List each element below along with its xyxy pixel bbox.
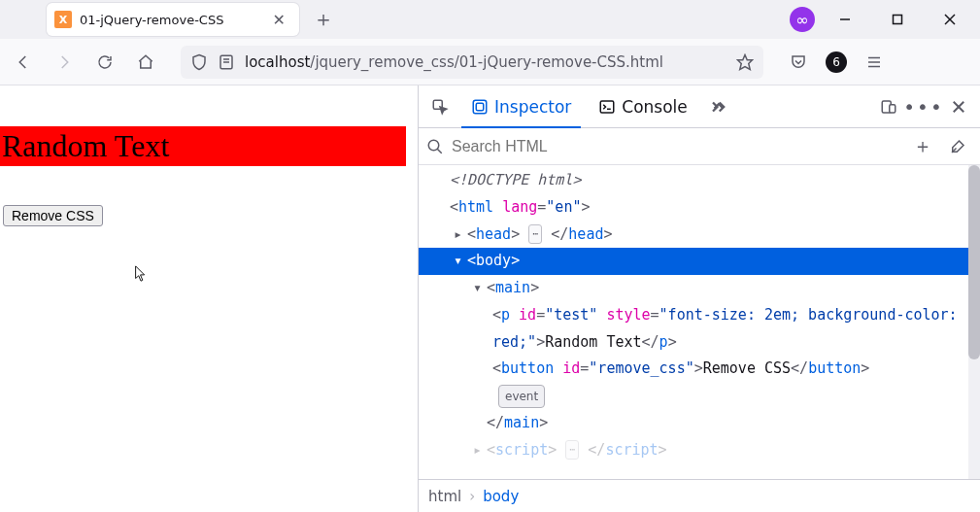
console-icon (598, 98, 616, 116)
home-button[interactable] (132, 49, 159, 76)
url-host: localhost/jquery_remove_css/01-jQuery-re… (245, 53, 663, 71)
titlebar: 𝗫 01-jQuery-remove-CSS ✕ ＋ ∞ (0, 0, 980, 39)
dom-main-open[interactable]: ▾<main> (419, 275, 980, 302)
xampp-favicon: 𝗫 (54, 11, 72, 28)
dom-p-element[interactable]: <p id="test" style="font-size: 2em; back… (419, 302, 980, 357)
app-menu-button[interactable] (861, 49, 888, 76)
forward-button[interactable] (51, 49, 78, 76)
svg-rect-1 (894, 16, 902, 24)
inspector-icon (471, 98, 489, 116)
window-close-button[interactable] (928, 0, 972, 39)
new-tab-button[interactable]: ＋ (307, 5, 340, 34)
devtools-close-button[interactable] (945, 93, 972, 120)
bookmark-star-icon[interactable] (736, 53, 754, 71)
dom-main-close[interactable]: </main> (419, 410, 980, 437)
crumb-separator-icon: › (469, 488, 475, 505)
devtools-panel: Inspector Console ••• ＋ <!DOCTYPE html> … (418, 85, 980, 512)
console-tab[interactable]: Console (589, 85, 697, 128)
workspace: Random Text Remove CSS Inspector Console… (0, 85, 980, 512)
tabs-overflow-button[interactable] (705, 93, 732, 120)
dom-tree[interactable]: <!DOCTYPE html> <html lang="en"> ▸<head>… (419, 165, 980, 479)
pocket-icon[interactable] (785, 49, 812, 76)
svg-rect-17 (890, 104, 896, 112)
responsive-design-button[interactable] (875, 93, 902, 120)
dom-html-open[interactable]: <html lang="en"> (419, 194, 980, 222)
notification-count[interactable]: 6 (826, 51, 847, 73)
devtools-search-bar: ＋ (419, 128, 980, 165)
search-icon (426, 138, 444, 155)
tab-title: 01-jQuery-remove-CSS (80, 13, 261, 27)
dom-button-element[interactable]: <button id="remove_css">Remove CSS</butt… (419, 356, 980, 410)
svg-marker-7 (738, 54, 753, 69)
dom-scrollbar[interactable] (968, 165, 980, 479)
url-bar[interactable]: localhost/jquery_remove_css/01-jQuery-re… (181, 46, 763, 79)
dom-script-row[interactable]: ▸<script> ⋯ </script> (419, 437, 980, 464)
back-button[interactable] (10, 49, 37, 76)
inspector-tab-label: Inspector (494, 97, 571, 117)
mouse-cursor-icon (134, 265, 148, 283)
window-maximize-button[interactable] (875, 0, 920, 39)
event-badge[interactable]: event (498, 385, 545, 408)
element-picker-button[interactable] (426, 93, 454, 120)
reload-button[interactable] (91, 49, 118, 76)
svg-line-21 (437, 149, 442, 154)
dom-head[interactable]: ▸<head> ⋯ </head> (419, 222, 980, 249)
svg-point-20 (428, 140, 439, 151)
page-viewport[interactable]: Random Text Remove CSS (0, 85, 418, 512)
scrollbar-thumb[interactable] (968, 165, 980, 359)
dom-body-open[interactable]: ▾<body> (419, 248, 980, 275)
browser-tab[interactable]: 𝗫 01-jQuery-remove-CSS ✕ (47, 3, 299, 36)
dom-doctype[interactable]: <!DOCTYPE html> (419, 167, 980, 194)
tab-close-button[interactable]: ✕ (269, 11, 289, 29)
window-minimize-button[interactable] (823, 0, 867, 39)
svg-rect-13 (476, 103, 484, 111)
remove-css-button[interactable]: Remove CSS (3, 205, 103, 226)
html-search-input[interactable] (450, 137, 902, 156)
create-node-button[interactable]: ＋ (908, 133, 937, 159)
breadcrumb-bar: html › body (419, 479, 980, 512)
devtools-tabbar: Inspector Console ••• (419, 85, 980, 128)
crumb-html[interactable]: html (428, 488, 461, 505)
console-tab-label: Console (622, 97, 688, 117)
svg-rect-14 (601, 101, 615, 113)
eyedropper-button[interactable] (943, 138, 972, 155)
inspector-tab[interactable]: Inspector (461, 85, 581, 128)
navigation-toolbar: localhost/jquery_remove_css/01-jQuery-re… (0, 39, 980, 85)
crumb-body[interactable]: body (483, 488, 519, 505)
random-text-paragraph: Random Text (0, 126, 406, 166)
extension-icon[interactable]: ∞ (790, 7, 815, 32)
devtools-menu-button[interactable]: ••• (910, 93, 937, 120)
shield-icon[interactable] (190, 53, 208, 71)
page-info-icon[interactable] (218, 53, 235, 71)
svg-rect-12 (473, 100, 487, 114)
